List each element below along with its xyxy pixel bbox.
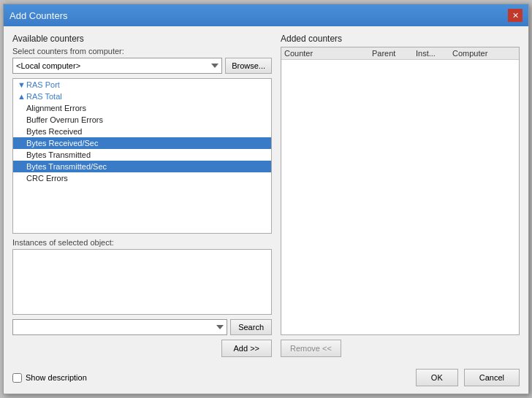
list-item[interactable]: ▼RAS Port bbox=[13, 79, 271, 91]
col-header-counter: Counter bbox=[281, 49, 369, 58]
list-item[interactable]: Buffer Overrun Errors bbox=[13, 114, 271, 126]
list-item[interactable]: Alignment Errors bbox=[13, 102, 271, 114]
available-counters-label: Available counters bbox=[12, 34, 272, 44]
list-item[interactable]: ▲RAS Total bbox=[13, 91, 271, 102]
computer-select-label: Select counters from computer: bbox=[12, 47, 272, 56]
remove-button[interactable]: Remove << bbox=[281, 340, 341, 357]
counters-list-container[interactable]: ▼RAS Port▲RAS Total Alignment Errors Buf… bbox=[12, 78, 272, 234]
dialog-footer: Show description OK Cancel bbox=[4, 364, 528, 394]
col-header-computer: Computer bbox=[449, 49, 519, 58]
instances-label: Instances of selected object: bbox=[12, 238, 272, 247]
list-item[interactable]: Bytes Transmitted/Sec bbox=[13, 161, 271, 172]
computer-select[interactable]: <Local computer> bbox=[12, 58, 222, 74]
col-header-parent: Parent bbox=[369, 49, 413, 58]
list-item[interactable]: CRC Errors bbox=[13, 172, 271, 184]
show-description-label: Show description bbox=[26, 373, 87, 382]
add-button[interactable]: Add >> bbox=[221, 340, 272, 357]
dialog-title: Add Counters bbox=[10, 10, 68, 21]
left-panel: Available counters Select counters from … bbox=[12, 34, 272, 357]
add-counters-dialog: Add Counters ✕ Available counters Select… bbox=[3, 4, 529, 394]
remove-row: Remove << bbox=[281, 340, 520, 357]
dialog-body: Available counters Select counters from … bbox=[4, 26, 528, 364]
right-panel: Added counters Counter Parent Inst... Co… bbox=[281, 34, 520, 357]
search-button[interactable]: Search bbox=[230, 319, 272, 335]
browse-button[interactable]: Browse... bbox=[225, 58, 272, 74]
ok-button[interactable]: OK bbox=[416, 369, 458, 386]
added-table: Counter Parent Inst... Computer bbox=[281, 47, 520, 335]
list-item[interactable]: Bytes Received bbox=[13, 126, 271, 137]
add-row: Add >> bbox=[12, 340, 272, 357]
cancel-button[interactable]: Cancel bbox=[464, 369, 520, 386]
title-bar: Add Counters ✕ bbox=[4, 4, 528, 26]
list-item[interactable]: Bytes Transmitted bbox=[13, 149, 271, 161]
col-header-inst: Inst... bbox=[413, 49, 449, 58]
added-counters-label: Added counters bbox=[281, 34, 520, 44]
computer-row: <Local computer> Browse... bbox=[12, 58, 272, 74]
added-table-header: Counter Parent Inst... Computer bbox=[281, 47, 519, 60]
search-row: Search bbox=[12, 319, 272, 335]
list-item[interactable]: Bytes Received/Sec bbox=[13, 137, 271, 149]
search-select[interactable] bbox=[12, 319, 227, 335]
show-description-checkbox[interactable] bbox=[12, 373, 22, 383]
close-button[interactable]: ✕ bbox=[508, 9, 522, 22]
footer-buttons: OK Cancel bbox=[416, 369, 520, 386]
counters-list: ▼RAS Port▲RAS Total Alignment Errors Buf… bbox=[13, 79, 271, 184]
show-description-row: Show description bbox=[12, 373, 87, 383]
instances-box[interactable] bbox=[12, 249, 272, 315]
